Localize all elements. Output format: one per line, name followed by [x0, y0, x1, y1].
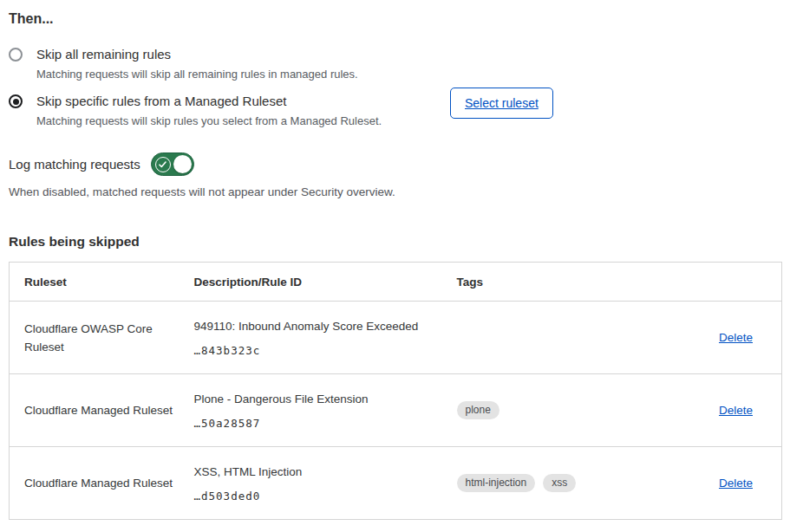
- row-ruleset: Cloudflare Managed Ruleset: [24, 474, 173, 492]
- check-icon: [155, 157, 171, 172]
- toggle-knob: [173, 155, 192, 173]
- actions-cell: Delete: [652, 447, 782, 520]
- table-header-row: Ruleset Description/Rule ID Tags: [10, 263, 782, 302]
- option-skip-specific-description: Matching requests will skip rules you se…: [36, 113, 382, 130]
- row-description: XSS, HTML Injection: [194, 464, 455, 480]
- row-tags: plone: [457, 403, 507, 416]
- log-matching-helper: When disabled, matched requests will not…: [9, 184, 781, 200]
- tags-cell: [456, 302, 652, 374]
- select-ruleset-button[interactable]: Select ruleset: [450, 88, 553, 119]
- column-header-description-rule-id: Description/Rule ID: [193, 263, 456, 302]
- option-skip-specific-rules: Skip specific rules from a Managed Rules…: [9, 92, 450, 130]
- option-skip-all-description: Matching requests will skip all remainin…: [36, 66, 358, 83]
- ruleset-cell: Cloudflare OWASP Core Ruleset: [10, 302, 193, 374]
- option-skip-all-label[interactable]: Skip all remaining rules: [36, 45, 358, 64]
- table-row: Cloudflare Managed Ruleset Plone - Dange…: [10, 374, 782, 447]
- waf-rule-action-panel: Then... Skip all remaining rules Matchin…: [0, 0, 790, 520]
- row-rule-id: …843b323c: [194, 344, 455, 357]
- rules-table-body: Cloudflare OWASP Core Ruleset 949110: In…: [10, 302, 782, 520]
- description-cell: Plone - Dangerous File Extension …50a285…: [193, 374, 456, 447]
- ruleset-cell: Cloudflare Managed Ruleset: [10, 447, 193, 520]
- then-heading: Then...: [9, 10, 781, 28]
- log-matching-toggle[interactable]: [151, 152, 194, 176]
- actions-cell: Delete: [652, 302, 782, 374]
- rules-being-skipped-table: Ruleset Description/Rule ID Tags Cloudfl…: [9, 262, 782, 520]
- log-matching-label: Log matching requests: [9, 157, 140, 172]
- column-header-ruleset: Ruleset: [10, 263, 193, 302]
- radio-skip-specific-rules[interactable]: [9, 94, 23, 108]
- row-description: Plone - Dangerous File Extension: [194, 392, 455, 407]
- radio-skip-all-rules[interactable]: [9, 48, 23, 62]
- row-description: 949110: Inbound Anomaly Score Exceeded: [194, 319, 455, 334]
- row-ruleset: Cloudflare OWASP Core Ruleset: [24, 320, 173, 356]
- option-skip-all-rules: Skip all remaining rules Matching reques…: [9, 45, 781, 83]
- tags-cell: plone: [456, 374, 652, 447]
- ruleset-cell: Cloudflare Managed Ruleset: [10, 374, 193, 447]
- row-delete-link[interactable]: Delete: [719, 331, 753, 344]
- row-delete-link[interactable]: Delete: [719, 477, 753, 490]
- column-header-tags: Tags: [456, 263, 652, 302]
- tag-pill: xss: [543, 474, 576, 492]
- option-row-skip-specific: Skip specific rules from a Managed Rules…: [9, 92, 781, 130]
- tag-pill: html-injection: [457, 474, 536, 492]
- column-header-actions: [652, 263, 782, 302]
- option-text: Skip specific rules from a Managed Rules…: [36, 92, 382, 130]
- row-rule-id: …d503ded0: [194, 490, 455, 503]
- actions-cell: Delete: [652, 374, 782, 447]
- tags-cell: html-injectionxss: [456, 447, 652, 520]
- option-skip-specific-label[interactable]: Skip specific rules from a Managed Rules…: [36, 92, 382, 111]
- option-text: Skip all remaining rules Matching reques…: [36, 45, 358, 83]
- description-cell: XSS, HTML Injection …d503ded0: [193, 447, 456, 520]
- log-matching-row: Log matching requests: [9, 152, 781, 176]
- description-cell: 949110: Inbound Anomaly Score Exceeded ……: [193, 302, 456, 374]
- table-row: Cloudflare Managed Ruleset XSS, HTML Inj…: [10, 447, 782, 520]
- row-rule-id: …50a28587: [194, 417, 455, 430]
- row-ruleset: Cloudflare Managed Ruleset: [24, 401, 173, 419]
- row-delete-link[interactable]: Delete: [719, 404, 753, 417]
- table-row: Cloudflare OWASP Core Ruleset 949110: In…: [10, 302, 782, 374]
- rules-being-skipped-heading: Rules being skipped: [9, 233, 781, 250]
- row-tags: html-injectionxss: [457, 476, 584, 489]
- tag-pill: plone: [457, 401, 499, 419]
